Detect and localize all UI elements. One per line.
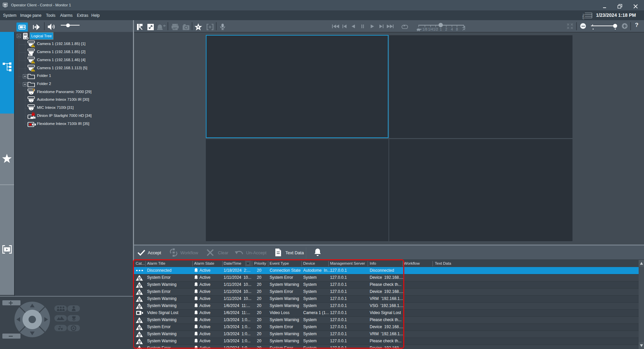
svg-text:CPU: CPU [582,14,585,19]
svg-text:?: ? [32,89,35,93]
